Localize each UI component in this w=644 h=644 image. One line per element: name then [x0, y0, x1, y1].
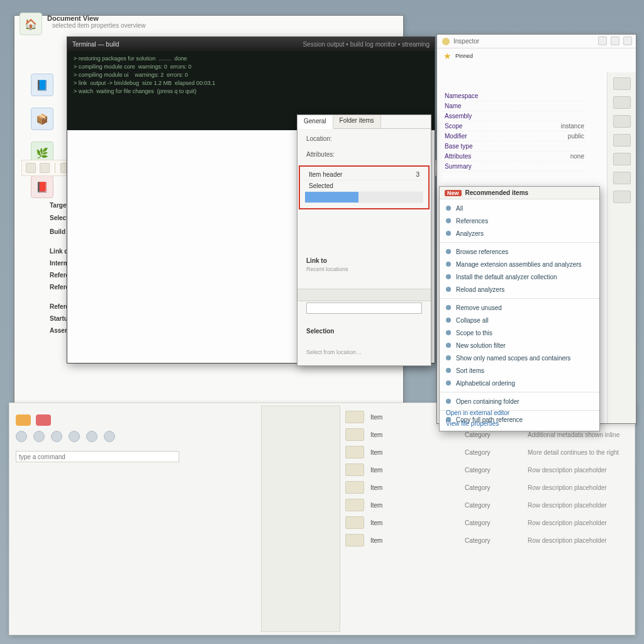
bottom-list-row[interactable]: ItemCategoryMore detail continues to the… [345, 443, 635, 461]
row-col1: Item [370, 519, 458, 526]
rail-icon[interactable] [613, 77, 631, 90]
popup-menu-item[interactable]: Analyzers [440, 227, 599, 240]
rail-icon[interactable] [613, 134, 631, 147]
card-resources-icon[interactable]: 📦 [31, 108, 53, 130]
bottom-list-row[interactable]: ItemCategoryRow description placeholder [345, 496, 635, 514]
inspector-prop-row[interactable]: Name [442, 101, 587, 111]
popup-footer-2[interactable]: View file properties [446, 420, 499, 427]
bullet-icon [446, 380, 451, 386]
bottom-list-row[interactable]: ItemCategoryRow description placeholder [345, 461, 635, 479]
inspector-close-icon[interactable] [623, 36, 632, 45]
run-chip-icon[interactable] [16, 414, 31, 426]
dialog-tab-general[interactable]: General [297, 116, 333, 129]
inspector-min-icon[interactable] [598, 36, 607, 45]
terminal-title-right: Session output • build log monitor • str… [303, 41, 430, 48]
row-col2: Category [465, 449, 521, 456]
row-col3: Row description placeholder [528, 537, 607, 544]
star-label: Pinned [455, 53, 473, 59]
prop-key: Attributes [445, 153, 471, 160]
context-popup: New Recommended items AllReferencesAnaly… [439, 186, 600, 431]
app-icon: 🏠 [19, 13, 42, 35]
inspector-addressbar[interactable]: Inspector [437, 35, 636, 48]
inspector-prop-row[interactable]: Modifierpublic [442, 131, 587, 142]
popup-menu-item[interactable]: Reload analyzers [440, 283, 599, 296]
bullet-icon [446, 318, 451, 323]
popup-menu-item[interactable]: Browse references [440, 245, 599, 258]
inspector-prop-row[interactable]: Namespace [442, 91, 587, 101]
dock-round-icon[interactable] [86, 431, 97, 442]
bottom-list-row[interactable]: ItemCategoryRow description placeholder [345, 514, 635, 531]
bullet-icon [446, 305, 451, 310]
dock-round-icon[interactable] [69, 431, 80, 442]
bullet-icon [446, 218, 451, 223]
bottom-output-pane: ItemCategoryShort description text for t… [9, 402, 635, 635]
rail-icon[interactable] [613, 96, 631, 109]
dialog-tab-items[interactable]: Folder items [333, 115, 381, 128]
popup-menu-item[interactable]: Collapse all [440, 314, 599, 326]
dialog-item-list: Item header 3 Selected [305, 169, 423, 203]
toolbar-separator [55, 163, 55, 173]
star-icon[interactable]: ★ [443, 51, 452, 61]
popup-menu-item[interactable]: References [440, 214, 599, 227]
row-col3: Row description placeholder [528, 467, 607, 474]
rail-icon[interactable] [613, 191, 631, 203]
terminal-titlebar[interactable]: Terminal — build Session output • build … [67, 37, 435, 51]
popup-menu-item[interactable]: New solution filter [440, 339, 599, 352]
toolbar-icon[interactable] [26, 163, 36, 173]
rail-icon[interactable] [613, 115, 631, 128]
rail-icon[interactable] [613, 153, 631, 165]
row-col2: Category [465, 519, 521, 526]
bottom-command-input[interactable] [16, 451, 179, 462]
card-recommend-icon[interactable]: 📕 [31, 175, 53, 198]
popup-footer-1[interactable]: Open in external editor [446, 409, 509, 416]
popup-header-text: Recommended items [465, 189, 529, 196]
dock-round-icon[interactable] [104, 431, 115, 442]
popup-menu-item[interactable]: Show only named scopes and containers [440, 352, 599, 364]
dialog-section-linkto-sub: Recent locations [306, 266, 348, 272]
popup-menu-item[interactable]: Sort items [440, 364, 599, 377]
inspector-prop-row[interactable]: Attributesnone [442, 152, 587, 162]
row-thumb-icon [345, 481, 364, 494]
dialog-path-input[interactable] [306, 303, 422, 314]
inspector-prop-row[interactable]: Base type [442, 142, 587, 152]
popup-menu-item[interactable]: Manage extension assemblies and analyzer… [440, 258, 599, 270]
toolbar-icon[interactable] [40, 163, 50, 173]
inspector-prop-row[interactable]: Assembly [442, 111, 587, 121]
inspector-prop-row[interactable]: Scopeinstance [442, 121, 587, 131]
popup-menu-item[interactable]: All [440, 202, 599, 214]
dialog-section-selection-sub[interactable]: Select from location… [306, 349, 362, 355]
popup-menu-list: AllReferencesAnalyzersBrowse referencesM… [440, 199, 599, 428]
row-col1: Item [370, 484, 458, 491]
prop-key: Assembly [445, 113, 472, 119]
row-thumb-icon [345, 499, 364, 511]
bullet-icon [446, 355, 451, 360]
row-col2: Category [465, 484, 521, 491]
dialog-list-row[interactable]: Item header 3 [305, 169, 423, 180]
dock-round-icon[interactable] [16, 431, 27, 442]
inspector-prop-row[interactable]: Summary [442, 162, 587, 172]
prop-val: none [570, 153, 584, 160]
dialog-list-progress-row[interactable] [305, 192, 423, 203]
prop-key: Namespace [445, 92, 478, 99]
stop-chip-icon[interactable] [36, 414, 51, 426]
popup-menu-item[interactable]: Alphabetical ordering [440, 377, 599, 389]
dialog-list-row[interactable]: Selected [305, 180, 423, 192]
card-overview-icon[interactable]: 📘 [31, 74, 53, 96]
row-thumb-icon [345, 411, 364, 423]
rail-icon[interactable] [613, 172, 631, 184]
row-col1: Item [370, 467, 458, 474]
bottom-list-row[interactable]: ItemCategoryRow description placeholder [345, 531, 635, 549]
inspector-max-icon[interactable] [611, 36, 619, 45]
dock-round-icon[interactable] [33, 431, 45, 442]
row-col2: Category [465, 502, 521, 509]
prop-val: public [568, 133, 584, 140]
bottom-list-row[interactable]: ItemCategoryRow description placeholder [345, 479, 635, 496]
dock-round-icon[interactable] [51, 431, 62, 442]
popup-menu-item[interactable]: Install the default analyzer collection [440, 270, 599, 283]
popup-menu-item[interactable]: Remove unused [440, 301, 599, 314]
row-col3: Row description placeholder [528, 519, 607, 526]
row-thumb-icon [345, 428, 364, 441]
popup-menu-item[interactable]: Scope to this [440, 326, 599, 339]
row-col1: Item [370, 449, 458, 456]
bullet-icon [446, 231, 451, 236]
